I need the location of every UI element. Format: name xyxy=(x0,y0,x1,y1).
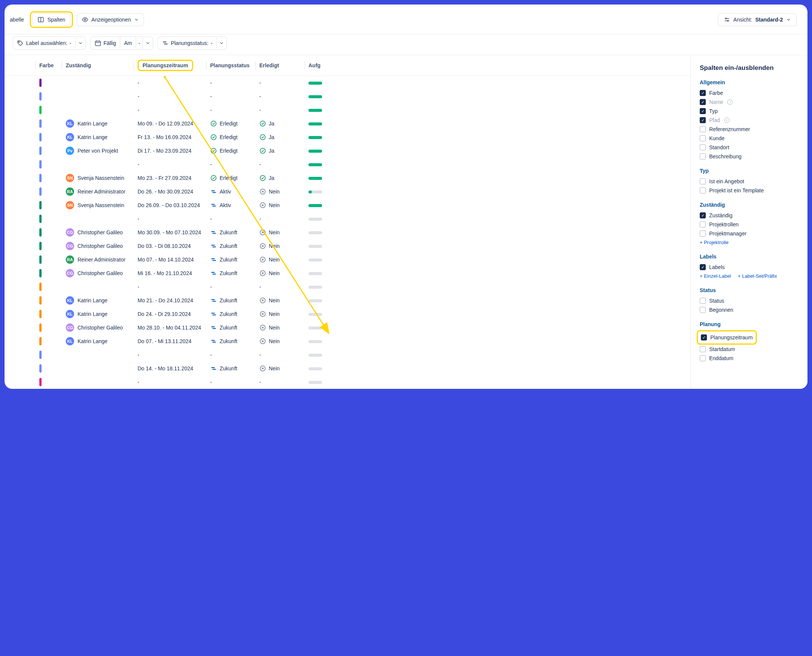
view-value: Standard-2 xyxy=(755,17,783,23)
checkbox[interactable] xyxy=(700,264,706,270)
table-row[interactable]: KLKatrin LangeDo 07. - Mi 13.11.2024Zuku… xyxy=(5,334,690,348)
checkbox[interactable] xyxy=(700,135,706,141)
column-toggle[interactable]: Projekt ist ein Template xyxy=(700,186,799,195)
table-row[interactable]: RAReiner AdministratorDo 26. - Mo 30.09.… xyxy=(5,185,690,198)
checkbox[interactable] xyxy=(700,187,706,193)
display-options-button[interactable]: Anzeigeoptionen xyxy=(77,13,144,26)
view-selector[interactable]: Ansicht: Standard-2 xyxy=(718,13,797,26)
column-toggle[interactable]: Typ xyxy=(700,107,799,116)
sidebar-add-link[interactable]: + Projektrolle xyxy=(700,238,728,247)
th-done[interactable]: Erledigt xyxy=(256,55,305,76)
progress-bar xyxy=(308,150,322,153)
th-range[interactable]: Planungszeitraum xyxy=(134,55,206,76)
status-cell: Aktiv xyxy=(210,202,252,209)
sidebar-add-link[interactable]: + Label-Set/Präfix xyxy=(738,272,777,280)
table-area: Farbe Zuständig Planungszeitraum Planung… xyxy=(5,55,690,389)
columns-button[interactable]: Spalten xyxy=(33,13,70,26)
svg-point-4 xyxy=(725,18,727,19)
date-range: - xyxy=(134,280,206,294)
color-swatch xyxy=(39,283,42,291)
checkbox[interactable] xyxy=(700,126,706,132)
avatar: CG xyxy=(66,323,74,332)
table-row[interactable]: --- xyxy=(5,90,690,103)
table-row[interactable]: --- xyxy=(5,158,690,171)
checkbox[interactable] xyxy=(700,153,706,159)
done-cell: Nein xyxy=(259,188,301,195)
column-toggle[interactable]: Kunde xyxy=(700,134,799,143)
column-toggle[interactable]: Enddatum xyxy=(700,354,799,363)
column-toggle[interactable]: Farbe xyxy=(700,88,799,97)
checkbox[interactable] xyxy=(700,298,706,304)
table-row[interactable]: Do 14. - Mo 18.11.2024ZukunftNein xyxy=(5,362,690,375)
label-filter[interactable]: Label auswählen: - xyxy=(13,37,86,50)
table-row[interactable]: --- xyxy=(5,280,690,294)
checkbox[interactable] xyxy=(700,231,706,237)
column-toggle[interactable]: Planungszeitraum xyxy=(701,333,753,342)
column-toggle[interactable]: Projektmanager xyxy=(700,229,799,238)
table-row[interactable]: KLKatrin LangeMo 21. - Do 24.10.2024Zuku… xyxy=(5,294,690,307)
table-row[interactable]: KLKatrin LangeFr 13. - Mo 16.09.2024Erle… xyxy=(5,130,690,144)
checkbox[interactable] xyxy=(700,117,706,123)
checkbox[interactable] xyxy=(700,178,706,184)
th-aufg[interactable]: Aufg xyxy=(305,55,690,76)
plan-status-filter[interactable]: Planungsstatus: - xyxy=(158,37,227,50)
checkbox[interactable] xyxy=(700,346,706,352)
column-toggle[interactable]: Zuständig xyxy=(700,211,799,220)
checkbox[interactable] xyxy=(700,221,706,227)
table-row[interactable]: RAReiner AdministratorMo 07. - Mo 14.10.… xyxy=(5,253,690,266)
column-toggle[interactable]: Referenznummer xyxy=(700,125,799,134)
th-status[interactable]: Planungsstatus xyxy=(206,55,256,76)
column-toggle-label: Planungszeitraum xyxy=(710,334,753,340)
checkbox[interactable] xyxy=(700,144,706,150)
checkbox[interactable] xyxy=(700,90,706,96)
checkbox[interactable] xyxy=(700,307,706,313)
color-swatch xyxy=(39,201,42,209)
table-row[interactable]: --- xyxy=(5,212,690,226)
sidebar-group: StatusStatusBegonnen xyxy=(700,287,799,314)
table-row[interactable]: CGChristopher GalileoMo 30.09. - Mo 07.1… xyxy=(5,226,690,239)
column-toggle[interactable]: Projektrollen xyxy=(700,220,799,229)
status-cell: Zukunft xyxy=(210,256,252,263)
checkbox[interactable] xyxy=(700,355,706,361)
th-responsible[interactable]: Zuständig xyxy=(62,55,134,76)
column-toggle[interactable]: Namei xyxy=(700,97,799,107)
column-toggle[interactable]: Labels xyxy=(700,263,799,272)
progress-bar xyxy=(308,381,322,384)
checkbox[interactable] xyxy=(701,334,707,340)
table-row[interactable]: KLKatrin LangeMo 09. - Do 12.09.2024Erle… xyxy=(5,117,690,130)
sidebar-title: Spalten ein-/ausblenden xyxy=(700,64,799,72)
column-toggle[interactable]: Startdatum xyxy=(700,345,799,354)
table-row[interactable]: --- xyxy=(5,103,690,117)
checkbox[interactable] xyxy=(700,212,706,218)
th-color[interactable]: Farbe xyxy=(36,55,62,76)
due-filter[interactable]: Fällig Am - xyxy=(90,37,153,50)
sidebar-group-title: Planung xyxy=(700,321,799,327)
sidebar-add-link[interactable]: + Einzel-Label xyxy=(700,272,731,280)
tab-table[interactable]: abelle xyxy=(8,14,26,25)
column-toggle[interactable]: Status xyxy=(700,296,799,305)
chevron-down-icon xyxy=(134,17,139,22)
table-row[interactable]: --- xyxy=(5,76,690,90)
done-label: Nein xyxy=(269,270,280,276)
sidebar-group-title: Labels xyxy=(700,254,799,260)
table-row[interactable]: --- xyxy=(5,348,690,362)
table-row[interactable]: CGChristopher GalileoMo 28.10. - Mo 04.1… xyxy=(5,321,690,334)
status-label: Erledigt xyxy=(220,121,237,127)
column-toggle-label: Typ xyxy=(709,108,718,114)
column-toggle[interactable]: Begonnen xyxy=(700,305,799,314)
table-row[interactable]: KLKatrin LangeDo 24. - Di 29.10.2024Zuku… xyxy=(5,307,690,321)
column-toggle[interactable]: Standort xyxy=(700,143,799,152)
column-toggle[interactable]: Beschreibung xyxy=(700,152,799,161)
table-row[interactable]: SNSvenja NassensteinMo 23. - Fr 27.09.20… xyxy=(5,171,690,185)
column-toggle[interactable]: Ist ein Angebot xyxy=(700,177,799,186)
table-row[interactable]: SNSvenja NassensteinDo 26.09. - Do 03.10… xyxy=(5,198,690,212)
table-row[interactable]: CGChristopher GalileoMi 16. - Mo 21.10.2… xyxy=(5,266,690,280)
checkbox[interactable] xyxy=(700,99,706,105)
table-row[interactable]: --- xyxy=(5,375,690,389)
column-toggle[interactable]: Pfadi xyxy=(700,116,799,125)
svg-point-19 xyxy=(260,148,265,153)
table-row[interactable]: PvPeter von ProjektDi 17. - Mo 23.09.202… xyxy=(5,144,690,158)
checkbox[interactable] xyxy=(700,108,706,114)
table-row[interactable]: CGChristopher GalileoDo 03. - Di 08.10.2… xyxy=(5,239,690,253)
assignee-name: Katrin Lange xyxy=(77,338,107,344)
